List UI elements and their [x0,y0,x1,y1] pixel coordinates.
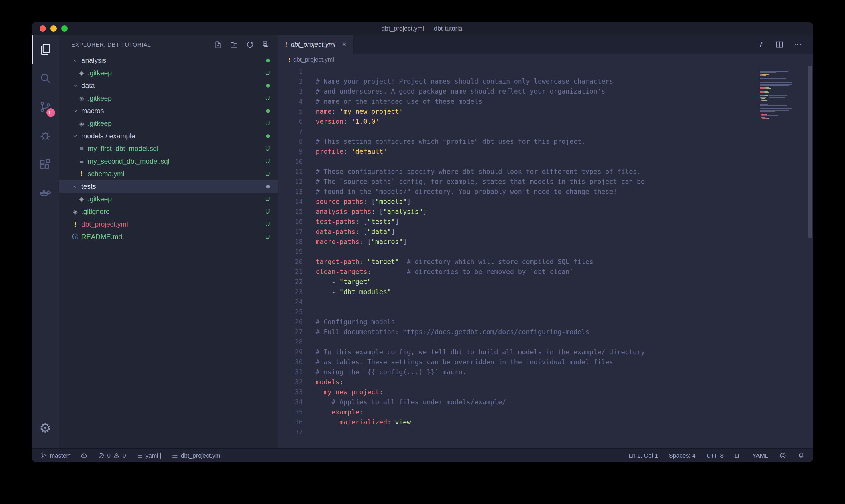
tab-dbt-project-yml[interactable]: ! dbt_project.yml × [278,35,353,54]
changes-dot-icon [266,109,270,113]
breadcrumb[interactable]: ! dbt_project.yml [278,54,813,66]
changes-dot-icon [266,185,270,188]
activity-docker-button[interactable] [32,178,59,207]
code-line-30: 30# as tables. These settings can be ove… [278,357,760,367]
breadcrumb-item: dbt_project.yml [293,56,334,63]
chevron-down-icon [70,132,80,140]
collapse-all-button[interactable] [262,40,270,49]
file-schema-yml[interactable]: !schema.ymlU [59,167,278,180]
feedback[interactable] [779,452,787,459]
item-label: macros [82,107,104,115]
activity-search-button[interactable] [32,64,59,92]
code-line-9: 9profile: 'default' [278,147,760,157]
file-gitkeep[interactable]: ◈.gitkeepU [59,193,278,205]
new-file-button[interactable] [214,40,222,49]
folder-analysis[interactable]: analysis [59,54,278,67]
titlebar: dbt_project.yml — dbt-tutorial [32,22,813,35]
code-editor[interactable]: 12# Name your project! Project names sho… [278,66,760,448]
open-changes-button[interactable] [757,40,766,49]
file-my-second-dbt-model-sql[interactable]: ≡my_second_dbt_model.sqlU [59,155,278,167]
code-line-21: 21clean-targets: # directories to be rem… [278,267,760,277]
chevron-down-icon [70,82,80,89]
explorer-icon [39,43,52,56]
git-status-badge: U [265,170,270,178]
language-mode[interactable]: YAML [752,452,768,459]
activity-explorer-button[interactable] [32,35,59,64]
scrollbar-thumb[interactable] [808,66,812,238]
code-line-12: 12# The `source-paths` config, for examp… [278,177,760,187]
line-number: 9 [278,147,303,157]
code-area: 12# Name your project! Project names sho… [278,66,813,448]
gear-icon: ⚙ [39,421,51,434]
file-gitkeep[interactable]: ◈.gitkeepU [59,67,278,79]
minimize-window-button[interactable] [50,25,57,32]
problems-status[interactable]: 00 [97,452,126,459]
item-label: README.md [82,233,122,241]
activity-source-control-button[interactable]: 11 [32,92,59,121]
encoding[interactable]: UTF-8 [706,452,723,459]
line-number: 5 [278,107,303,116]
code-line-31: 31# using the `{{ config(...) }}` macro. [278,367,760,377]
language-mode-label: YAML [752,452,768,459]
line-number: 18 [278,237,303,247]
window-controls [32,25,68,32]
refresh-button[interactable] [246,40,254,49]
folder-tests[interactable]: tests [59,180,278,193]
line-number: 21 [278,267,303,277]
error-icon [97,452,105,459]
editor-scrollbar[interactable] [807,66,813,448]
line-number: 14 [278,197,303,207]
chevron-down-icon [70,183,80,190]
code-line-10: 10 [278,157,760,167]
file-tree: analysis◈.gitkeepUdata◈.gitkeepUmacros◈.… [59,54,278,448]
more-actions-button[interactable] [793,40,802,49]
folder-data[interactable]: data [59,79,278,92]
close-window-button[interactable] [39,25,46,32]
line-number: 11 [278,167,303,177]
eol-sequence[interactable]: LF [734,452,742,459]
git-file-icon: ◈ [79,70,84,77]
notifications[interactable] [797,452,805,459]
code-line-36: 36 materialized: view [278,417,760,427]
code-line-16: 16test-paths: ["tests"] [278,217,760,227]
line-number: 16 [278,217,303,227]
activity-debug-button[interactable] [32,121,59,150]
file-gitkeep[interactable]: ◈.gitkeepU [59,117,278,130]
item-label: .gitkeep [88,195,112,203]
desktop: dbt_project.yml — dbt-tutorial 11 ⚙ EXPL… [0,0,845,504]
yaml-file-status[interactable]: dbt_project.yml [171,452,221,459]
folder-macros[interactable]: macros [59,105,278,117]
item-label: .gitignore [82,208,110,216]
bell-icon [797,452,805,459]
split-editor-button[interactable] [775,40,784,49]
line-number: 30 [278,357,303,367]
settings-button[interactable]: ⚙ [32,414,59,442]
yaml-file-icon: ! [80,170,83,178]
publish-status[interactable] [80,452,88,459]
source-control-badge: 11 [47,108,55,117]
file-gitkeep[interactable]: ◈.gitkeepU [59,92,278,105]
new-folder-button[interactable] [230,40,238,49]
yaml-file-icon: ! [285,40,287,48]
code-line-20: 20target-path: "target" # directory whic… [278,257,760,267]
git-status-badge: U [265,208,270,215]
file-readme-md[interactable]: ⓘREADME.mdU [59,231,278,243]
minimap[interactable] [760,66,807,448]
cursor-position[interactable]: Ln 1, Col 1 [629,452,658,459]
vscode-window: dbt_project.yml — dbt-tutorial 11 ⚙ EXPL… [32,22,813,462]
zoom-window-button[interactable] [61,25,68,32]
close-tab-icon[interactable]: × [342,40,346,48]
line-number: 17 [278,227,303,237]
file-dbt-project-yml[interactable]: !dbt_project.ymlU [59,218,278,231]
activity-extensions-button[interactable] [32,150,59,178]
line-number: 32 [278,377,303,387]
folder-models-example[interactable]: models / example [59,130,278,142]
file-gitignore[interactable]: ◈.gitignoreU [59,205,278,218]
yaml-file-status-label: dbt_project.yml [181,452,221,459]
yaml-schema-status[interactable]: yaml | [136,452,162,459]
search-icon [39,72,52,85]
file-my-first-dbt-model-sql[interactable]: ≡my_first_dbt_model.sqlU [59,142,278,155]
indentation[interactable]: Spaces: 4 [669,452,696,459]
branch-status[interactable]: master* [40,452,70,459]
yaml-file-icon: ! [288,56,290,63]
